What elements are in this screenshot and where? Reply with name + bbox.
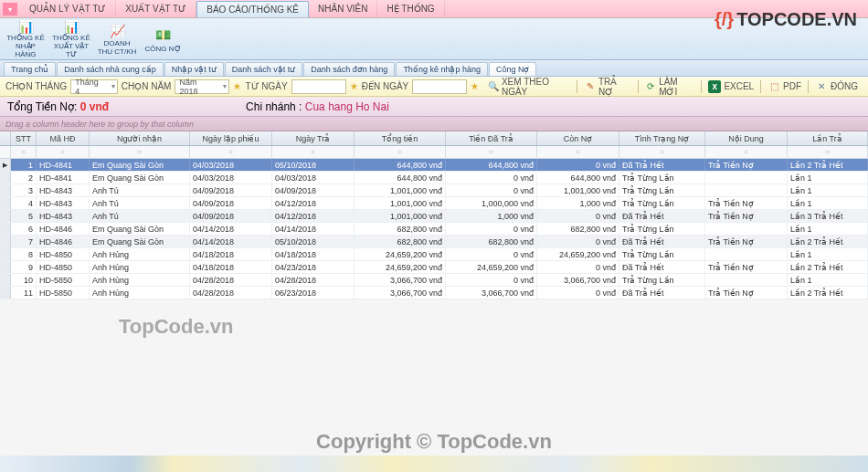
ribbon-label: CÔNG NỢ [145, 45, 181, 53]
cell: 06/23/2018 [272, 287, 355, 299]
branch-value: Cua hang Ho Nai [305, 100, 389, 113]
table-row[interactable]: 9HD-4850Anh Hùng04/18/201804/23/201824,6… [0, 261, 868, 274]
btn-excel[interactable]: xEXCEL [704, 79, 758, 95]
btn-xemtheongay[interactable]: 🔍XEM THEO NGÀY [482, 79, 575, 95]
column-header[interactable] [0, 131, 11, 145]
main-tab[interactable]: QUẢN LÝ VẬT TƯ [20, 1, 116, 17]
document-tab[interactable]: Công Nợ [489, 62, 537, 76]
btn-trano[interactable]: ✎TRẢ NỢ [579, 79, 635, 95]
table-row[interactable]: 4HD-4843Anh Tú04/09/201804/12/20181,001,… [0, 197, 868, 210]
column-header[interactable]: Ngày Trả [272, 131, 355, 145]
year-label: CHỌN NĂM [122, 81, 172, 91]
table-row[interactable]: 8HD-4850Anh Hùng04/18/201804/18/201824,6… [0, 248, 868, 261]
cell: 0 vnđ [446, 248, 537, 260]
ribbon-thongke-xuat[interactable]: 📊THỐNG KÊ XUẤT VẬT TƯ [49, 20, 93, 58]
table-row[interactable]: 7HD-4846Em Quang Sài Gòn04/14/201805/10/… [0, 236, 868, 248]
table-row[interactable]: 1HD-4841Em Quang Sài Gòn04/03/201805/10/… [0, 159, 868, 172]
cell: HD-4850 [37, 248, 90, 260]
cell: Trả Từng Lần [619, 223, 705, 235]
column-header[interactable]: Mã HĐ [37, 131, 90, 145]
document-tab[interactable]: Danh sách vật tư [225, 62, 303, 76]
document-tab[interactable]: Danh sách đơn hàng [303, 62, 395, 76]
table-row[interactable]: 6HD-4846Em Quang Sài Gòn04/14/201804/14/… [0, 223, 868, 236]
toolbar-label: ĐÓNG [831, 81, 858, 91]
cell: 04/03/2018 [190, 159, 272, 171]
watermark-mid: TopCode.vn [119, 315, 233, 339]
cell: HD-5850 [37, 274, 90, 286]
cell: Trả Từng Lần [619, 172, 705, 184]
ribbon-doanhthu[interactable]: 📈DOANH THU CT/KH [95, 20, 139, 58]
table-row[interactable]: 5HD-4843Anh Tú04/09/201804/12/20181,001,… [0, 210, 868, 223]
toolbar-icon: ⟳ [644, 80, 656, 93]
btn-dong[interactable]: ✕ĐÓNG [810, 79, 863, 95]
watermark-copyright: Copyright © TopCode.vn [0, 430, 868, 454]
from-date-input[interactable] [291, 79, 346, 94]
column-header[interactable]: Còn Nợ [537, 131, 619, 145]
column-filter-cell[interactable]: = [272, 146, 355, 159]
expand-ribbon-icon[interactable]: ▾ [3, 3, 17, 16]
table-row[interactable]: 2HD-4841Em Quang Sài Gòn04/03/201804/03/… [0, 172, 868, 184]
column-filter-cell[interactable]: = [705, 146, 788, 159]
column-filter-cell[interactable]: = [37, 146, 90, 159]
ribbon-congno[interactable]: 💵CÔNG NỢ [141, 20, 185, 58]
table-row[interactable]: 10HD-5850Anh Hùng04/28/201804/28/20183,0… [0, 274, 868, 287]
column-header[interactable]: Tình Trạng Nợ [619, 131, 705, 145]
btn-pdf[interactable]: ⬚PDF [763, 79, 806, 95]
document-tab[interactable]: Thống kê nhập hàng [396, 62, 488, 76]
cell: 0 vnđ [537, 236, 619, 247]
grid-filter-row[interactable]: =========== [0, 146, 868, 159]
grid-header-row: STTMã HĐNgười nhậnNgày lập phiếuNgày Trả… [0, 131, 868, 146]
total-debt-label: Tổng Tiền Nợ: [7, 100, 77, 113]
column-header[interactable]: Nội Dung [705, 131, 788, 145]
table-row[interactable]: 3HD-4843Anh Tú04/09/201804/09/20181,001,… [0, 184, 868, 197]
column-filter-cell[interactable]: = [190, 146, 272, 159]
filter-bar: CHỌN THÁNG Tháng 4 CHỌN NĂM Năm 2018 ★ T… [0, 77, 868, 97]
month-dropdown[interactable]: Tháng 4 [70, 79, 118, 94]
topcode-logo: {/}TOPCODE.VN [715, 9, 857, 30]
column-header[interactable]: Người nhận [90, 131, 190, 145]
column-filter-cell[interactable]: = [788, 146, 868, 159]
ribbon-icon: 📊 [16, 19, 36, 34]
cell: Lần 2 Trả Hết [788, 261, 868, 273]
table-row[interactable]: 11HD-5850Anh Hùng04/28/201806/23/20183,0… [0, 287, 868, 299]
cell: Đã Trả Hết [619, 261, 705, 273]
document-tab[interactable]: Trang chủ [4, 62, 56, 76]
cell: 04/14/2018 [272, 223, 355, 235]
btn-lammoi[interactable]: ⟳LÀM MỚI [640, 79, 699, 95]
column-filter-cell[interactable]: = [446, 146, 537, 159]
column-header[interactable]: Tổng tiền [355, 131, 446, 145]
cell: HD-4843 [37, 197, 90, 209]
cell: 04/03/2018 [272, 172, 355, 184]
column-filter-cell[interactable]: = [537, 146, 619, 159]
document-tab[interactable]: Danh sách nhà cung cấp [57, 62, 164, 76]
cell: 0 vnđ [446, 223, 537, 235]
cell: Trả Từng Lần [619, 197, 705, 209]
ribbon-thongke-nhap[interactable]: 📊THỐNG KÊ NHẬP HÀNG [4, 20, 48, 58]
column-header[interactable]: Ngày lập phiếu [190, 131, 272, 145]
column-filter-cell[interactable] [0, 146, 11, 159]
cell: 644,800 vnđ [537, 172, 619, 184]
column-header[interactable]: Lần Trả [788, 131, 868, 145]
main-tab[interactable]: XUẤT VẬT TƯ [116, 1, 196, 17]
cell: HD-4850 [37, 261, 90, 273]
column-filter-cell[interactable]: = [90, 146, 190, 159]
column-filter-cell[interactable]: = [355, 146, 446, 159]
column-filter-cell[interactable]: = [11, 146, 37, 159]
footer-graphic [0, 456, 868, 472]
main-tab[interactable]: BÁO CÁO/THỐNG KÊ [196, 1, 309, 17]
cell [0, 261, 11, 273]
main-tab[interactable]: HỆ THỐNG [377, 1, 444, 17]
document-tab[interactable]: Nhập vật tư [164, 62, 224, 76]
to-date-input[interactable] [412, 79, 467, 94]
cell: 3,066,700 vnđ [355, 274, 446, 286]
cell: Lần 1 [788, 172, 868, 184]
column-header[interactable]: Tiền Đã Trả [446, 131, 537, 145]
column-header[interactable]: STT [11, 131, 37, 145]
column-filter-cell[interactable]: = [619, 146, 705, 159]
cell: HD-4841 [37, 172, 90, 184]
year-dropdown[interactable]: Năm 2018 [175, 79, 229, 94]
cell: Lần 1 [788, 197, 868, 209]
cell: 1,000,000 vnđ [446, 197, 537, 209]
main-tab[interactable]: NHÂN VIÊN [309, 1, 377, 17]
group-by-hint[interactable]: Drag a column header here to group by th… [0, 117, 868, 131]
